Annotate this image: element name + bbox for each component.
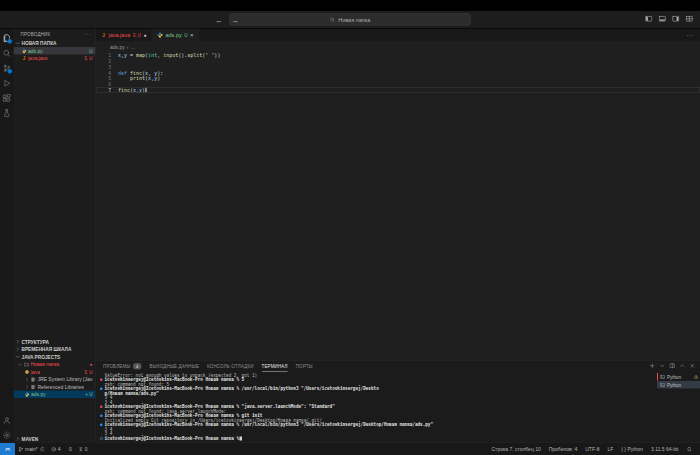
python-file-icon bbox=[157, 32, 163, 38]
tab-git-decoration: U bbox=[184, 33, 187, 38]
section-maven[interactable]: MAVEN bbox=[14, 435, 96, 443]
python-file-icon bbox=[103, 44, 108, 49]
git-branch-status[interactable]: main* bbox=[15, 443, 48, 455]
editor-more-actions-button[interactable]: ··· bbox=[687, 32, 695, 39]
terminal-instance[interactable]: Python bbox=[657, 373, 700, 381]
activity-source-control[interactable] bbox=[0, 61, 13, 76]
explorer-spacer-2 bbox=[14, 398, 96, 435]
activity-testing[interactable] bbox=[0, 106, 13, 121]
activity-settings[interactable] bbox=[0, 428, 13, 443]
code-token: )) bbox=[214, 53, 220, 59]
explorer-sections: СТРУКТУРАВРЕМЕННАЯ ШКАЛА bbox=[14, 338, 96, 353]
status-bell[interactable] bbox=[683, 446, 697, 452]
section-java-projects[interactable]: JAVA PROJECTS bbox=[14, 353, 96, 361]
breadcrumb-symbol: … bbox=[130, 44, 135, 50]
git-decoration: U bbox=[89, 48, 92, 53]
folder-icon bbox=[24, 362, 29, 367]
tree-item-decoration: ● bbox=[90, 362, 93, 367]
tree-row[interactable]: ads.py+ U bbox=[14, 391, 96, 399]
panel-action-plus[interactable] bbox=[650, 362, 656, 371]
code-editor[interactable]: 1x,y = map(int, input().split(" "))234de… bbox=[96, 51, 700, 360]
python-file-icon bbox=[25, 392, 30, 397]
explorer-files: ads.pyUJjava.java3, U bbox=[14, 47, 96, 62]
panel-tab-КОНСОЛЬ ОТЛАДКИ[interactable]: КОНСОЛЬ ОТЛАДКИ bbox=[207, 361, 253, 372]
tree-item-label: Referenced Libraries bbox=[38, 384, 84, 390]
git-decoration: 3, U bbox=[84, 56, 92, 61]
java-projects-tree: Новая папка●java3, UJRE System Library [… bbox=[14, 361, 96, 399]
tab-ads.py[interactable]: ads.pyU× bbox=[152, 29, 199, 42]
section-СТРУКТУРА[interactable]: СТРУКТУРА bbox=[14, 338, 96, 346]
panel-action-close[interactable] bbox=[690, 362, 696, 371]
folder-root-label: НОВАЯ ПАПКА bbox=[22, 41, 57, 47]
activity-run-debug[interactable] bbox=[0, 76, 13, 91]
run-python-file-button[interactable] bbox=[659, 32, 671, 39]
chevron-down-icon bbox=[15, 41, 21, 47]
chevron-right-icon bbox=[25, 384, 30, 389]
nav-back-button[interactable]: ← bbox=[215, 15, 223, 24]
code-token bbox=[118, 76, 130, 82]
tab-label: ads.py bbox=[165, 32, 181, 38]
status-Строка 7, столбец 10[interactable]: Строка 7, столбец 10 bbox=[487, 446, 544, 452]
section-folder-root[interactable]: НОВАЯ ПАПКА bbox=[14, 40, 96, 48]
status-UTF-8[interactable]: UTF-8 bbox=[581, 446, 603, 452]
text-cursor bbox=[146, 88, 147, 93]
layout-left-toggle[interactable] bbox=[645, 15, 653, 25]
panel-tab-ВЫХОДНЫЕ ДАННЫЕ[interactable]: ВЫХОДНЫЕ ДАННЫЕ bbox=[149, 361, 199, 372]
activity-extensions[interactable] bbox=[0, 91, 13, 106]
problems-status[interactable]: 4 0 bbox=[48, 443, 75, 455]
panel-tab-ПРОБЛЕМЫ[interactable]: ПРОБЛЕМЫ4 bbox=[103, 361, 141, 372]
ports-status[interactable]: 0 bbox=[75, 443, 91, 455]
status-item-label: Python bbox=[628, 446, 644, 452]
tree-row[interactable]: Referenced Libraries bbox=[14, 383, 96, 391]
explorer-header: ПРОВОДНИК ··· bbox=[14, 29, 96, 40]
editor-actions: ··· bbox=[659, 29, 700, 42]
code-text: finc(x,y) bbox=[118, 87, 146, 93]
layout-right-toggle[interactable] bbox=[672, 15, 680, 25]
panel-tab-ТЕРМИНАЛ[interactable]: ТЕРМИНАЛ bbox=[262, 361, 288, 372]
problems-count-badge: 4 bbox=[133, 363, 142, 370]
terminal-output[interactable]: ValueError: not enough values to unpack … bbox=[96, 372, 657, 443]
layout-grid-toggle[interactable] bbox=[686, 15, 694, 25]
file-row[interactable]: Jjava.java3, U bbox=[14, 55, 96, 63]
tree-row[interactable]: JRE System Library [JavaS... bbox=[14, 376, 96, 384]
explorer-more-actions-button[interactable]: ··· bbox=[85, 31, 92, 37]
top-strip bbox=[0, 0, 700, 11]
activity-search[interactable] bbox=[0, 46, 13, 61]
layout-bottom-toggle[interactable] bbox=[659, 15, 667, 25]
chevron-right-icon bbox=[15, 347, 21, 353]
chev-up-icon bbox=[680, 363, 686, 369]
activity-explorer[interactable] bbox=[0, 31, 13, 46]
status-Python[interactable]: { }Python bbox=[617, 446, 647, 452]
chevron-down-icon bbox=[666, 33, 671, 38]
panel-action-chev-down[interactable] bbox=[660, 362, 666, 371]
nav-forward-button[interactable]: → bbox=[232, 15, 240, 24]
section-ВРЕМЕННАЯ ШКАЛА[interactable]: ВРЕМЕННАЯ ШКАЛА bbox=[14, 346, 96, 354]
command-center-search[interactable]: Новая папка bbox=[230, 14, 471, 26]
terminal-instance[interactable]: Python bbox=[657, 381, 700, 389]
layout-right-icon bbox=[672, 15, 680, 23]
status-LF[interactable]: LF bbox=[603, 446, 617, 452]
status-3.11.5 64-bit[interactable]: 3.11.5 64-bit bbox=[647, 446, 682, 452]
tree-row[interactable]: Новая папка● bbox=[14, 361, 96, 369]
activity-account[interactable] bbox=[0, 413, 13, 428]
breadcrumb[interactable]: ads.py › … bbox=[96, 42, 700, 51]
file-row[interactable]: ads.pyU bbox=[14, 47, 96, 55]
remote-indicator[interactable]: >< bbox=[0, 443, 15, 455]
testing-icon bbox=[2, 109, 11, 118]
split-editor-icon[interactable] bbox=[675, 32, 682, 39]
close-tab-button[interactable]: × bbox=[190, 32, 194, 38]
line-number: 7 bbox=[96, 87, 118, 93]
package-icon bbox=[25, 369, 30, 374]
panel-action-split-editor[interactable] bbox=[670, 362, 676, 371]
terminal-prompt-line: p/Новая папка/ads.py" bbox=[105, 391, 159, 396]
remote-icon: >< bbox=[5, 447, 9, 452]
status-Пробелов: 4[interactable]: Пробелов: 4 bbox=[545, 446, 582, 452]
panel-tab-ПОРТЫ[interactable]: ПОРТЫ bbox=[296, 361, 313, 372]
panel-action-chev-up[interactable] bbox=[680, 362, 686, 371]
error-icon bbox=[51, 446, 57, 452]
tab-java.java[interactable]: Jjava.java3, U● bbox=[96, 29, 152, 42]
file-name: java.java bbox=[28, 56, 48, 62]
explorer-title: ПРОВОДНИК bbox=[21, 32, 51, 37]
source-control-branch-icon bbox=[18, 446, 24, 452]
tree-row[interactable]: java3, U bbox=[14, 368, 96, 376]
